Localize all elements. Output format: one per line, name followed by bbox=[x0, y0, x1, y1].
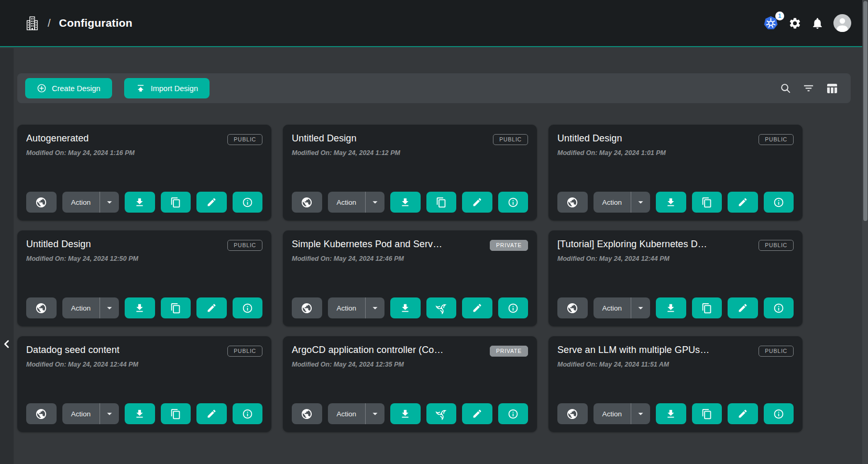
download-button[interactable] bbox=[656, 192, 686, 213]
toolbar-view-controls bbox=[779, 82, 838, 95]
action-button[interactable]: Action bbox=[62, 403, 100, 424]
download-icon bbox=[665, 303, 676, 314]
info-button[interactable] bbox=[233, 192, 263, 213]
chevron-down-icon bbox=[635, 408, 646, 419]
edit-button[interactable] bbox=[462, 297, 492, 318]
filter-icon bbox=[803, 82, 815, 94]
edit-button[interactable] bbox=[728, 297, 758, 318]
page-scrollbar[interactable] bbox=[862, 0, 868, 464]
download-button[interactable] bbox=[390, 297, 421, 318]
info-button[interactable] bbox=[498, 297, 529, 318]
visibility-globe-button[interactable] bbox=[557, 403, 588, 424]
action-dropdown-toggle[interactable] bbox=[631, 403, 650, 424]
action-dropdown-toggle[interactable] bbox=[100, 192, 119, 213]
info-button[interactable] bbox=[498, 192, 529, 213]
download-button[interactable] bbox=[390, 192, 421, 213]
action-dropdown-toggle[interactable] bbox=[365, 297, 384, 318]
notifications-button[interactable] bbox=[811, 17, 824, 30]
action-button[interactable]: Action bbox=[594, 297, 631, 318]
action-button[interactable]: Action bbox=[328, 192, 366, 213]
clone-button[interactable] bbox=[692, 192, 722, 213]
info-button[interactable] bbox=[764, 192, 794, 213]
clone-button[interactable] bbox=[161, 192, 191, 213]
visibility-badge: PRIVATE bbox=[490, 346, 528, 357]
modified-on-text: Modified On: May 24, 2024 12:50 PM bbox=[26, 255, 262, 262]
gear-icon bbox=[788, 17, 801, 30]
card-action-row: Action bbox=[26, 192, 262, 213]
card-action-row: Action bbox=[292, 403, 528, 424]
clone-button[interactable] bbox=[426, 403, 457, 424]
visibility-globe-button[interactable] bbox=[292, 403, 322, 424]
user-avatar[interactable] bbox=[833, 14, 851, 32]
visibility-globe-button[interactable] bbox=[557, 297, 588, 318]
bell-icon bbox=[811, 17, 824, 30]
info-button[interactable] bbox=[764, 297, 794, 318]
action-button[interactable]: Action bbox=[328, 297, 366, 318]
visibility-globe-button[interactable] bbox=[292, 297, 322, 318]
edit-button[interactable] bbox=[462, 192, 492, 213]
download-button[interactable] bbox=[390, 403, 421, 424]
info-button[interactable] bbox=[498, 403, 529, 424]
info-icon bbox=[773, 197, 784, 208]
settings-button[interactable] bbox=[788, 17, 801, 30]
import-design-button[interactable]: Import Design bbox=[124, 78, 210, 98]
edit-button[interactable] bbox=[196, 192, 227, 213]
visibility-globe-button[interactable] bbox=[26, 403, 57, 424]
download-icon bbox=[665, 197, 676, 208]
visibility-globe-button[interactable] bbox=[26, 192, 57, 213]
chevron-down-icon bbox=[635, 196, 646, 208]
scrollbar-thumb[interactable] bbox=[863, 1, 867, 221]
action-dropdown-toggle[interactable] bbox=[631, 297, 650, 318]
edit-button[interactable] bbox=[728, 403, 758, 424]
download-button[interactable] bbox=[125, 297, 155, 318]
chevron-down-icon bbox=[369, 196, 381, 208]
card-header: Serve an LLM with multiple GPUs… PUBLIC bbox=[557, 345, 794, 357]
action-button[interactable]: Action bbox=[594, 403, 631, 424]
card-action-row: Action bbox=[26, 403, 262, 424]
design-card: Serve an LLM with multiple GPUs… PUBLIC … bbox=[548, 336, 803, 432]
action-dropdown-toggle[interactable] bbox=[100, 297, 119, 318]
navbar-actions: 1 bbox=[763, 14, 858, 32]
download-button[interactable] bbox=[125, 403, 155, 424]
clone-button[interactable] bbox=[426, 297, 457, 318]
clone-button[interactable] bbox=[161, 297, 191, 318]
download-button[interactable] bbox=[656, 297, 686, 318]
clone-button[interactable] bbox=[426, 192, 457, 213]
info-button[interactable] bbox=[233, 403, 263, 424]
search-button[interactable] bbox=[779, 82, 792, 94]
action-button[interactable]: Action bbox=[594, 192, 631, 213]
action-button[interactable]: Action bbox=[62, 297, 100, 318]
clone-button[interactable] bbox=[161, 403, 191, 424]
action-dropdown-toggle[interactable] bbox=[631, 192, 650, 213]
clone-button[interactable] bbox=[692, 297, 722, 318]
edit-button[interactable] bbox=[728, 192, 758, 213]
create-design-button[interactable]: Create Design bbox=[25, 78, 112, 98]
design-title: Datadog seed content bbox=[26, 345, 119, 356]
design-title: Serve an LLM with multiple GPUs… bbox=[557, 345, 709, 356]
kubernetes-context-button[interactable]: 1 bbox=[763, 15, 779, 31]
visibility-globe-button[interactable] bbox=[292, 192, 322, 213]
sidebar-expand-button[interactable] bbox=[1, 337, 13, 351]
action-button[interactable]: Action bbox=[328, 403, 366, 424]
globe-icon bbox=[35, 408, 47, 420]
filter-button[interactable] bbox=[803, 82, 815, 94]
design-title: Simple Kubernetes Pod and Serv… bbox=[292, 239, 442, 250]
edit-button[interactable] bbox=[462, 403, 492, 424]
visibility-globe-button[interactable] bbox=[26, 297, 57, 318]
download-button[interactable] bbox=[125, 192, 155, 213]
table-view-button[interactable] bbox=[826, 82, 838, 95]
design-card: Simple Kubernetes Pod and Serv… PRIVATE … bbox=[283, 230, 537, 326]
info-button[interactable] bbox=[233, 297, 263, 318]
info-button[interactable] bbox=[764, 403, 794, 424]
action-button[interactable]: Action bbox=[62, 192, 100, 213]
action-dropdown-toggle[interactable] bbox=[365, 192, 384, 213]
design-title: Untitled Design bbox=[26, 239, 91, 250]
edit-button[interactable] bbox=[196, 403, 227, 424]
action-dropdown-toggle[interactable] bbox=[100, 403, 119, 424]
download-button[interactable] bbox=[656, 403, 686, 424]
edit-button[interactable] bbox=[196, 297, 227, 318]
clone-button[interactable] bbox=[692, 403, 722, 424]
visibility-globe-button[interactable] bbox=[557, 192, 588, 213]
visibility-badge: PUBLIC bbox=[227, 240, 262, 251]
action-dropdown-toggle[interactable] bbox=[365, 403, 384, 424]
